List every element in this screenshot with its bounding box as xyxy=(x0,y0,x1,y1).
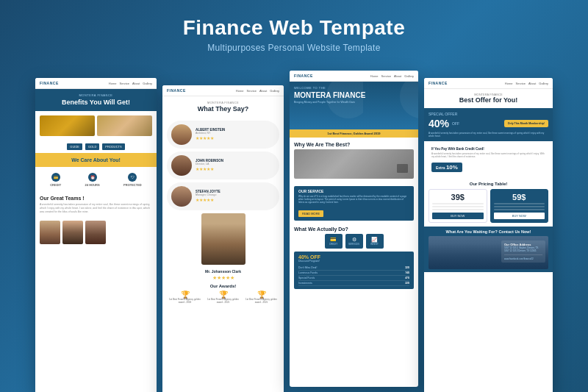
card4-contact-image: Our Office Address 5917 12 5213, Skyline… xyxy=(429,236,548,269)
card4-nav-service: Service xyxy=(516,82,526,85)
card3-nav-home: Home xyxy=(370,74,379,78)
card1-nav-home: Home xyxy=(109,82,117,85)
card1-btn-products[interactable]: PRODUCTS xyxy=(102,143,124,150)
award-text-1: 1st Best Finance Agency golden award - 2… xyxy=(167,299,203,304)
card2-title: What They Say? xyxy=(167,105,279,113)
card3-icons-row: 💳 CREDIT ⚙ SERVICES 📈 INVEST xyxy=(294,234,414,249)
card4-contact: What Are You Waiting For? Contact Us Now… xyxy=(424,227,553,272)
card3-icon-credit: 💳 CREDIT xyxy=(325,234,343,249)
card4-contact-title: What Are You Waiting For? Contact Us Now… xyxy=(429,229,548,234)
card3-why-title: Why We Are The Best? xyxy=(294,142,414,147)
testimonial-stars-1: ★★★★★ xyxy=(196,135,275,140)
feature-line-4 xyxy=(494,203,545,204)
card4-pricing: Our Pricing Table! 39$ BUY NOW 59$ BUY N… xyxy=(424,178,553,227)
card3-service-btn[interactable]: READ MORE xyxy=(298,210,323,217)
card4-off: OFF xyxy=(452,121,459,126)
card2-nav-links: Home Service About Gallery xyxy=(236,89,279,93)
preview-card-3: FINANCE Home Service About Gallery WELCO… xyxy=(290,71,418,387)
pricing-col-2: 59$ BUY NOW xyxy=(490,189,549,223)
card3-nav-links: Home Service About Gallery xyxy=(370,74,414,78)
card1-nav: FINANCE Home Service About Gallery xyxy=(35,78,157,89)
testimonial-role-1: Architect, NY xyxy=(196,132,275,135)
card1-team-photos xyxy=(35,218,157,247)
card3-services-lbl: SERVICES xyxy=(348,243,359,246)
card3-discount-text: 40% OFF xyxy=(298,254,409,260)
card3-row-1: Don't Miss Deal! 32$ xyxy=(298,266,409,271)
team-photo-2 xyxy=(62,221,83,244)
card4-membership-desc: A wonderful serenity has taken possessio… xyxy=(429,132,548,138)
card2-header: MONTERA FINANCE What They Say? xyxy=(162,96,284,118)
buy-btn-2[interactable]: BUY NOW xyxy=(494,213,545,219)
card4-extra-text: A wonderful serenity has taken possessio… xyxy=(431,152,545,158)
testimonial-role-3: Manager, Chicago xyxy=(196,193,275,196)
preview-card-1: FINANCE Home Service About Gallery MONTE… xyxy=(35,78,157,392)
card3-service-text: Why do we use it? It is a long establish… xyxy=(298,195,409,204)
card2-awards: Our Awards! 🏆 1st Best Finance Agency go… xyxy=(162,281,284,307)
card3-icon-invest: 📈 INVEST xyxy=(366,234,384,249)
card1-icon-protected: 🛡 PROTECTED xyxy=(123,173,142,187)
card3-what-title: What We Actually Do? xyxy=(294,227,414,232)
card3-hero-bg xyxy=(290,82,418,129)
card4-membership-text: Only This Month Membership! xyxy=(508,122,545,125)
page-title: Finance Web Tempate xyxy=(0,16,588,40)
card3-services-icon: ⚙ xyxy=(352,237,356,243)
price-2: 59$ xyxy=(494,193,545,202)
card4-address-box: Our Office Address 5917 12 5213, Skyline… xyxy=(501,240,545,263)
card1-hours-label: 24 HOURS xyxy=(85,183,100,187)
testimonial-avatar-1 xyxy=(171,124,192,145)
award-text-3: 1st Best Finance Agency golden award - 2… xyxy=(243,299,279,304)
card2-person-photo xyxy=(201,213,245,265)
testimonial-stars-3: ★★★★★ xyxy=(196,197,275,202)
card3-image-area xyxy=(294,149,414,179)
card2-nav-home: Home xyxy=(236,89,244,93)
card4-logo: FINANCE xyxy=(429,81,448,85)
card1-img-gold xyxy=(40,115,95,136)
card1-hero-title: Benefits You Will Get! xyxy=(40,99,152,107)
card3-hero: WELCOME TO THE MONTERA FINANCE Bringing … xyxy=(290,82,418,129)
card1-nav-about: About xyxy=(132,82,140,85)
card4-offer-main: 40% OFF Only This Month Membership! xyxy=(429,118,548,129)
card3-logo: FINANCE xyxy=(294,74,313,78)
page-header: Finance Web Tempate Multipurposes Person… xyxy=(0,0,588,65)
testimonial-3: STEFAN JOYTE Manager, Chicago ★★★★★ xyxy=(167,182,279,210)
card3-why-section: Why We Are The Best? xyxy=(290,138,418,186)
card3-icon-services: ⚙ SERVICES xyxy=(345,234,363,249)
award-1: 🏆 1st Best Finance Agency golden award -… xyxy=(167,291,203,304)
team-photo-3 xyxy=(85,221,106,244)
card3-row4-val: 22$ xyxy=(405,282,409,285)
card3-row1-label: Don't Miss Deal! xyxy=(298,266,317,269)
card1-btn-guide[interactable]: GUIDE xyxy=(67,143,82,150)
card2-nav-about: About xyxy=(259,89,267,93)
testimonial-avatar-3 xyxy=(171,186,192,207)
card3-discount: 40% OFF Discount Program! Don't Miss Dea… xyxy=(294,252,414,289)
card2-logo: FINANCE xyxy=(167,88,186,93)
card1-hero: MONTERA FINANCE Benefits You Will Get! xyxy=(35,89,157,111)
card3-nav-about: About xyxy=(394,74,401,78)
card3-row2-label: Luminous Funds xyxy=(298,271,318,274)
card4-extra-badge: Extra 10% xyxy=(431,163,462,172)
card1-protected-label: PROTECTED xyxy=(123,183,142,187)
card3-row3-label: Special Funds xyxy=(298,277,315,279)
card1-btn-gold[interactable]: GOLD xyxy=(85,143,99,150)
previews-container: FINANCE Home Service About Gallery MONTE… xyxy=(0,65,588,392)
pricing-cols: 39$ BUY NOW 59$ BUY NOW xyxy=(429,189,548,223)
card4-address-text: 5917 12 5213, Skyline, Denver, TX. 5917 … xyxy=(504,246,542,252)
card4-nav: FINANCE Home Service About Gallery xyxy=(424,78,553,89)
award-3: 🏆 1st Best Finance Agency golden award -… xyxy=(243,291,279,304)
card3-invest-icon: 📈 xyxy=(371,237,378,243)
card4-title: Best Offer for You! xyxy=(429,96,548,104)
feature-line-1 xyxy=(432,203,484,204)
card1-img-award xyxy=(97,115,152,136)
award-text-2: 1st Best Finance Agency golden award - 2… xyxy=(205,299,241,304)
feature-line-3 xyxy=(432,209,484,210)
feature-line-5 xyxy=(494,206,545,207)
card1-nav-gallery: Gallery xyxy=(143,82,152,85)
card3-row1-val: 32$ xyxy=(405,266,409,269)
card1-yellow-title: We Care About You! xyxy=(40,157,152,163)
card3-credit-icon: 💳 xyxy=(330,237,337,243)
card3-row2-val: 74$ xyxy=(405,271,409,274)
buy-btn-1[interactable]: BUY NOW xyxy=(432,213,484,219)
preview-card-2: FINANCE Home Service About Gallery MONTE… xyxy=(162,85,284,392)
card3-discount-table: Don't Miss Deal! 32$ Luminous Funds 74$ … xyxy=(298,266,409,286)
card1-teams-title: Our Great Teams ! xyxy=(40,196,152,201)
